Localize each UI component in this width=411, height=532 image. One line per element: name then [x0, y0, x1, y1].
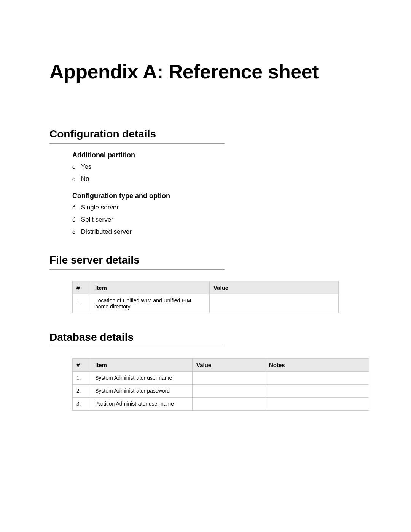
table-row: 2. System Administrator password	[73, 385, 369, 398]
option-no: ó No	[72, 175, 362, 183]
section-configuration: Configuration details Additional partiti…	[49, 128, 362, 236]
bullet-icon: ó	[72, 228, 79, 235]
cell-number: 1.	[73, 294, 91, 313]
col-header-item: Item	[91, 359, 193, 372]
table-row: 1. Location of Unified WIM and Unified E…	[73, 294, 339, 313]
cell-item: System Administrator password	[91, 385, 193, 398]
cell-value	[193, 385, 265, 398]
table-header-row: # Item Value Notes	[73, 359, 369, 372]
cell-value	[210, 294, 339, 313]
table-header-row: # Item Value	[73, 281, 339, 294]
option-distributed-server: ó Distributed server	[72, 228, 362, 236]
cell-notes	[265, 385, 369, 398]
section-heading-database: Database details	[49, 331, 362, 343]
option-label: Single server	[81, 204, 119, 211]
option-split-server: ó Split server	[72, 216, 362, 224]
cell-value	[193, 398, 265, 411]
section-rule	[49, 347, 225, 347]
cell-item: Location of Unified WIM and Unified EIM …	[91, 294, 210, 313]
section-heading-file-server: File server details	[49, 254, 362, 266]
cell-number: 2.	[73, 385, 91, 398]
cell-notes	[265, 372, 369, 385]
option-yes: ó Yes	[72, 163, 362, 171]
file-server-table: # Item Value 1. Location of Unified WIM …	[72, 281, 339, 313]
bullet-icon: ó	[72, 176, 79, 182]
table-row: 3. Partition Administrator user name	[73, 398, 369, 411]
bullet-icon: ó	[72, 204, 79, 211]
sub-heading-partition: Additional partition	[72, 151, 362, 159]
subsection-additional-partition: Additional partition ó Yes ó No	[72, 151, 362, 183]
table-row: 1. System Administrator user name	[73, 372, 369, 385]
option-single-server: ó Single server	[72, 204, 362, 211]
bullet-icon: ó	[72, 163, 79, 170]
section-database: Database details # Item Value Notes 1. S…	[49, 331, 362, 411]
sub-heading-config-type: Configuration type and option	[72, 192, 362, 200]
bullet-icon: ó	[72, 216, 79, 223]
cell-value	[193, 372, 265, 385]
section-rule	[49, 143, 225, 144]
section-heading-configuration: Configuration details	[49, 128, 362, 140]
option-label: No	[81, 175, 89, 182]
section-file-server: File server details # Item Value 1. Loca…	[49, 254, 362, 313]
col-header-item: Item	[91, 281, 210, 294]
option-label: Yes	[81, 163, 91, 170]
section-rule	[49, 269, 225, 270]
col-header-value: Value	[193, 359, 265, 372]
col-header-notes: Notes	[265, 359, 369, 372]
database-table: # Item Value Notes 1. System Administrat…	[72, 358, 369, 411]
subsection-config-type: Configuration type and option ó Single s…	[72, 192, 362, 236]
option-label: Distributed server	[81, 228, 132, 235]
cell-item: Partition Administrator user name	[91, 398, 193, 411]
option-label: Split server	[81, 216, 113, 223]
cell-number: 1.	[73, 372, 91, 385]
cell-number: 3.	[73, 398, 91, 411]
col-header-number: #	[73, 359, 91, 372]
col-header-value: Value	[210, 281, 339, 294]
col-header-number: #	[73, 281, 91, 294]
page-title: Appendix A: Reference sheet	[49, 61, 362, 82]
cell-notes	[265, 398, 369, 411]
cell-item: System Administrator user name	[91, 372, 193, 385]
